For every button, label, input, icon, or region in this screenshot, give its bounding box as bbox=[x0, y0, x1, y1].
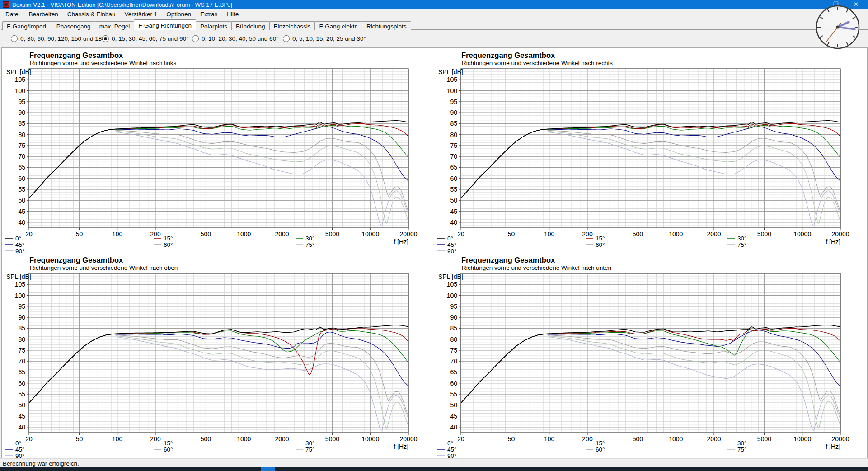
svg-text:30°: 30° bbox=[737, 235, 746, 242]
svg-text:5000: 5000 bbox=[757, 231, 771, 238]
svg-text:80: 80 bbox=[18, 336, 25, 343]
svg-text:45: 45 bbox=[450, 413, 457, 420]
svg-text:90: 90 bbox=[18, 109, 25, 116]
chart-subtitle: Richtungen vorne und verschiedene Winkel… bbox=[30, 60, 176, 66]
radio-angles-90[interactable]: 0, 15, 30, 45, 60, 75 und 90° bbox=[102, 35, 189, 42]
chart-cell-unten: 4045505560657075808590951001052050100200… bbox=[434, 254, 865, 458]
svg-text:500: 500 bbox=[633, 231, 643, 238]
menu-item-bearbeiten[interactable]: Bearbeiten bbox=[24, 9, 63, 19]
svg-text:SPL [dB]: SPL [dB] bbox=[438, 68, 463, 75]
tab-bar: F-Gang/Imped.Phasengangmax. PegelF-Gang … bbox=[1, 19, 868, 30]
menu-item-optionen[interactable]: Optionen bbox=[162, 9, 196, 19]
chart-cell-links: 4045505560657075808590951001052050100200… bbox=[2, 49, 433, 254]
radio-icon bbox=[192, 35, 199, 42]
tab-einzelchassis[interactable]: Einzelchassis bbox=[269, 21, 315, 31]
tab-fgang-imped[interactable]: F-Gang/Imped. bbox=[2, 21, 52, 31]
radio-label: 0, 10, 20, 30, 40, 50 und 60° bbox=[202, 35, 279, 42]
svg-text:65: 65 bbox=[18, 164, 25, 171]
tab-fgang-richtungen[interactable]: F-Gang Richtungen bbox=[134, 19, 196, 30]
svg-text:200: 200 bbox=[150, 231, 161, 238]
radio-label: 0, 5, 10, 15, 20, 25 und 30° bbox=[292, 35, 366, 42]
radio-angles-60[interactable]: 0, 10, 20, 30, 40, 50 und 60° bbox=[192, 35, 279, 42]
menu-item-verstaerker[interactable]: Verstärker 1 bbox=[120, 9, 162, 19]
svg-text:100: 100 bbox=[544, 231, 555, 238]
svg-text:40: 40 bbox=[450, 219, 457, 226]
svg-text:75: 75 bbox=[18, 142, 25, 149]
radio-icon bbox=[102, 35, 109, 42]
window-title: Boxsim V2.1 - VISATON-Edition [C:\Users\… bbox=[12, 1, 232, 8]
angle-option-row: 0, 30, 60, 90, 120, 150 und 180° 0, 15, … bbox=[1, 30, 868, 47]
svg-text:500: 500 bbox=[201, 231, 211, 238]
svg-text:1000: 1000 bbox=[237, 435, 251, 443]
svg-text:95: 95 bbox=[450, 303, 457, 310]
svg-text:90°: 90° bbox=[447, 452, 456, 459]
boxsim-window: Boxsim V2.1 - VISATON-Edition [C:\Users\… bbox=[0, 0, 868, 471]
svg-text:5000: 5000 bbox=[325, 435, 339, 443]
svg-text:90°: 90° bbox=[447, 248, 456, 254]
tab-phasengang[interactable]: Phasengang bbox=[52, 21, 95, 31]
menu-item-extras[interactable]: Extras bbox=[196, 9, 222, 19]
svg-text:50: 50 bbox=[18, 401, 25, 409]
radio-angles-180[interactable]: 0, 30, 60, 90, 120, 150 und 180° bbox=[11, 35, 108, 42]
svg-text:f [Hz]: f [Hz] bbox=[394, 443, 408, 450]
svg-text:30°: 30° bbox=[305, 440, 314, 447]
svg-text:65: 65 bbox=[18, 368, 25, 376]
taskbar-strip[interactable] bbox=[0, 467, 868, 471]
svg-text:20000: 20000 bbox=[400, 435, 418, 443]
svg-text:100: 100 bbox=[15, 292, 26, 299]
status-text: Berechnung war erfolgreich. bbox=[3, 460, 79, 467]
svg-text:10000: 10000 bbox=[793, 435, 811, 443]
chart-cell-oben: 4045505560657075808590951001052050100200… bbox=[2, 254, 433, 458]
tab-max-pegel[interactable]: max. Pegel bbox=[95, 21, 135, 31]
menu-item-datei[interactable]: Datei bbox=[1, 9, 24, 19]
svg-text:65: 65 bbox=[450, 368, 457, 376]
radio-label: 0, 15, 30, 45, 60, 75 und 90° bbox=[112, 35, 189, 42]
tab-buendelung[interactable]: Bündelung bbox=[231, 21, 270, 31]
radio-label: 0, 30, 60, 90, 120, 150 und 180° bbox=[20, 35, 108, 42]
chart-subtitle: Richtungen vorne und verschiedene Winkel… bbox=[462, 60, 613, 66]
svg-text:95: 95 bbox=[18, 98, 25, 105]
svg-text:65: 65 bbox=[450, 164, 457, 171]
tab-richtungsplots[interactable]: Richtungsplots bbox=[362, 21, 411, 31]
svg-text:45°: 45° bbox=[447, 446, 456, 453]
svg-text:200: 200 bbox=[582, 435, 593, 443]
svg-text:f [Hz]: f [Hz] bbox=[826, 443, 840, 450]
svg-text:75°: 75° bbox=[305, 446, 314, 453]
svg-text:5000: 5000 bbox=[325, 231, 339, 238]
svg-text:75°: 75° bbox=[737, 241, 746, 248]
svg-text:60°: 60° bbox=[596, 241, 605, 248]
menu-item-chassis-einbau[interactable]: Chassis & Einbau bbox=[63, 9, 120, 19]
svg-text:15°: 15° bbox=[596, 440, 605, 447]
svg-text:40: 40 bbox=[18, 424, 25, 431]
tab-fgang-elektr[interactable]: F-Gang elektr. bbox=[314, 21, 362, 31]
svg-text:50: 50 bbox=[508, 231, 515, 238]
app-icon[interactable] bbox=[3, 1, 9, 8]
svg-text:60°: 60° bbox=[164, 446, 173, 453]
svg-text:40: 40 bbox=[450, 424, 457, 431]
svg-text:5000: 5000 bbox=[757, 435, 771, 443]
svg-text:20: 20 bbox=[457, 231, 464, 238]
svg-text:75: 75 bbox=[18, 347, 25, 354]
svg-text:55: 55 bbox=[18, 186, 25, 193]
svg-text:20000: 20000 bbox=[832, 231, 849, 238]
clock-gadget[interactable] bbox=[815, 5, 860, 50]
svg-text:55: 55 bbox=[450, 186, 457, 193]
svg-text:10000: 10000 bbox=[361, 435, 379, 443]
frequency-response-chart-rechts: 4045505560657075808590951001052050100200… bbox=[434, 49, 865, 254]
menu-bar: DateiBearbeitenChassis & EinbauVerstärke… bbox=[1, 9, 868, 19]
radio-angles-30[interactable]: 0, 5, 10, 15, 20, 25 und 30° bbox=[283, 35, 366, 42]
menu-item-hilfe[interactable]: Hilfe bbox=[222, 9, 243, 19]
radio-icon bbox=[11, 35, 18, 42]
taskbar-active-app[interactable] bbox=[261, 467, 275, 471]
chart-subtitle: Richtungen vorne und verschiedene Winkel… bbox=[30, 264, 178, 271]
chart-title: Frequenzgang Gesamtbox bbox=[461, 51, 555, 60]
svg-text:90: 90 bbox=[18, 314, 25, 321]
svg-text:105: 105 bbox=[15, 76, 26, 83]
tab-polarplots[interactable]: Polarplots bbox=[196, 21, 232, 31]
svg-text:55: 55 bbox=[450, 391, 457, 398]
svg-text:0°: 0° bbox=[447, 440, 453, 447]
svg-text:60: 60 bbox=[450, 380, 457, 387]
svg-text:50: 50 bbox=[76, 231, 83, 238]
svg-text:90°: 90° bbox=[15, 248, 24, 254]
title-bar: Boxsim V2.1 - VISATON-Edition [C:\Users\… bbox=[0, 0, 868, 9]
